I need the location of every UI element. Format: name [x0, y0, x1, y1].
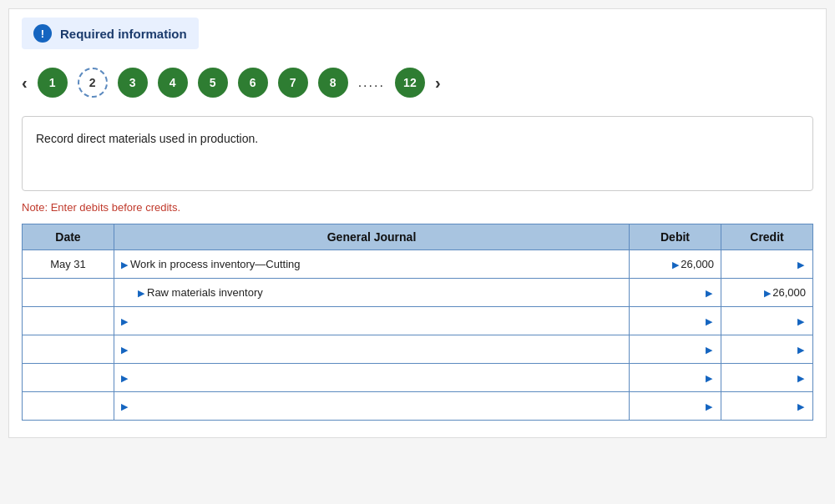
table-row: ▶▶▶: [23, 392, 813, 421]
table-row: ▶▶▶: [23, 335, 813, 364]
row-credit[interactable]: ▶26,000: [721, 279, 813, 307]
nav-step-5[interactable]: 5: [198, 68, 228, 98]
row-arrow-icon: ▶: [121, 316, 128, 326]
note-text: Note: Enter debits before credits.: [22, 201, 813, 214]
row-date: May 31: [23, 250, 114, 279]
row-credit[interactable]: ▶: [721, 392, 813, 421]
row-arrow-icon: ▶: [121, 345, 128, 355]
debit-arrow-icon: ▶: [706, 288, 712, 298]
row-credit[interactable]: ▶: [721, 364, 813, 392]
next-arrow[interactable]: ›: [435, 73, 441, 93]
credit-arrow-icon: ▶: [797, 373, 804, 383]
row-arrow-icon: ▶: [121, 260, 128, 270]
nav-step-4[interactable]: 4: [158, 68, 188, 98]
row-arrow-icon: ▶: [121, 401, 128, 411]
credit-arrow-icon: ▶: [764, 288, 771, 298]
nav-step-7[interactable]: 7: [278, 68, 308, 98]
navigation-row: ‹ 1 2 3 4 5 6 7 8 ..... 12 ›: [22, 63, 813, 103]
row-debit[interactable]: ▶: [630, 279, 721, 307]
row-date: [23, 307, 114, 335]
info-icon: !: [33, 24, 52, 43]
row-debit[interactable]: ▶: [630, 392, 721, 421]
row-arrow-icon: ▶: [138, 288, 144, 298]
row-debit[interactable]: ▶26,000: [630, 250, 721, 279]
description-text: Record direct materials used in producti…: [36, 132, 258, 145]
row-description[interactable]: ▶Raw materials inventory: [114, 279, 630, 307]
row-debit[interactable]: ▶: [630, 335, 721, 364]
credit-arrow-icon: ▶: [797, 260, 804, 270]
row-description[interactable]: ▶Work in process inventory—Cutting: [114, 250, 630, 279]
credit-arrow-icon: ▶: [797, 316, 804, 326]
nav-step-12[interactable]: 12: [395, 68, 425, 98]
row-date: [23, 335, 114, 364]
col-header-credit: Credit: [721, 224, 813, 250]
nav-step-2[interactable]: 2: [78, 68, 108, 98]
col-header-debit: Debit: [630, 224, 721, 250]
prev-arrow[interactable]: ‹: [22, 73, 28, 93]
col-header-date: Date: [23, 224, 114, 250]
row-date: [23, 364, 114, 392]
debit-arrow-icon: ▶: [706, 401, 712, 411]
debit-arrow-icon: ▶: [706, 345, 712, 355]
credit-arrow-icon: ▶: [797, 345, 804, 355]
debit-arrow-icon: ▶: [672, 260, 679, 270]
page-container: ! Required information ‹ 1 2 3 4 5 6 7 8…: [8, 8, 827, 438]
row-date: [23, 392, 114, 421]
debit-arrow-icon: ▶: [706, 373, 712, 383]
table-row: May 31▶Work in process inventory—Cutting…: [23, 250, 813, 279]
table-row: ▶▶▶: [23, 364, 813, 392]
journal-table: Date General Journal Debit Credit May 31…: [22, 224, 813, 421]
row-credit[interactable]: ▶: [721, 307, 813, 335]
row-description[interactable]: ▶: [114, 335, 630, 364]
nav-step-8[interactable]: 8: [318, 68, 348, 98]
row-debit[interactable]: ▶: [630, 307, 721, 335]
nav-step-1[interactable]: 1: [38, 68, 68, 98]
row-description[interactable]: ▶: [114, 392, 630, 421]
description-box: Record direct materials used in producti…: [22, 116, 813, 191]
row-credit[interactable]: ▶: [721, 335, 813, 364]
credit-arrow-icon: ▶: [797, 401, 804, 411]
row-arrow-icon: ▶: [121, 373, 128, 383]
col-header-journal: General Journal: [114, 224, 630, 250]
table-row: ▶Raw materials inventory▶▶26,000: [23, 279, 813, 307]
required-title: Required information: [60, 27, 187, 41]
debit-arrow-icon: ▶: [706, 316, 712, 326]
row-date: [23, 279, 114, 307]
row-credit[interactable]: ▶: [721, 250, 813, 279]
required-banner: ! Required information: [22, 18, 199, 49]
nav-step-6[interactable]: 6: [238, 68, 268, 98]
table-row: ▶▶▶: [23, 307, 813, 335]
row-description[interactable]: ▶: [114, 307, 630, 335]
nav-step-3[interactable]: 3: [118, 68, 148, 98]
nav-ellipsis: .....: [358, 75, 385, 90]
row-debit[interactable]: ▶: [630, 364, 721, 392]
row-description[interactable]: ▶: [114, 364, 630, 392]
